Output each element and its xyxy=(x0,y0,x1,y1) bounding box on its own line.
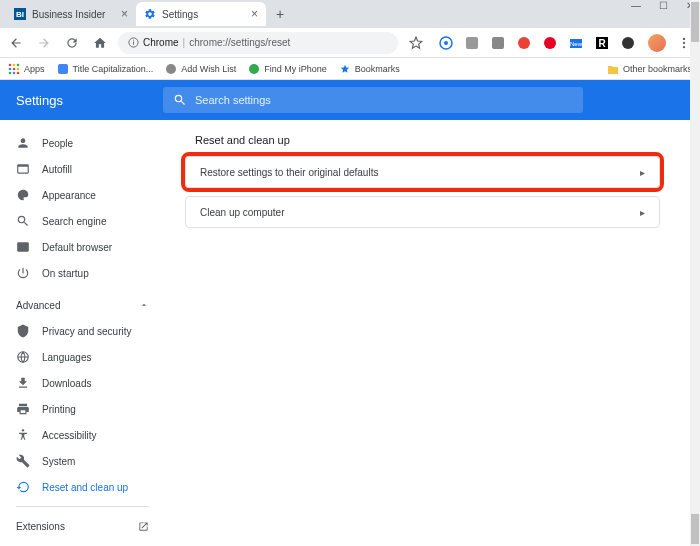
nav-on-startup[interactable]: On startup xyxy=(0,260,165,286)
apps-icon xyxy=(8,63,20,75)
appearance-icon xyxy=(16,188,30,202)
external-link-icon xyxy=(138,521,149,532)
accessibility-icon xyxy=(16,428,30,442)
ext-icon-6[interactable]: New xyxy=(568,35,584,51)
address-bar[interactable]: Chrome | chrome://settings/reset xyxy=(118,32,398,54)
scrollbar-thumb[interactable] xyxy=(691,2,699,42)
nav-accessibility[interactable]: Accessibility xyxy=(0,422,165,448)
nav-label: Autofill xyxy=(42,164,72,175)
bookmark-icon xyxy=(165,63,177,75)
other-bookmarks[interactable]: Other bookmarks xyxy=(607,63,692,75)
bookmark-star-icon[interactable] xyxy=(406,33,426,53)
nav-label: Accessibility xyxy=(42,430,96,441)
extension-icons: New R xyxy=(434,35,640,51)
cleanup-computer-row[interactable]: Clean up computer ▸ xyxy=(185,196,660,228)
search-icon xyxy=(16,214,30,228)
restore-icon xyxy=(16,480,30,494)
svg-text:New: New xyxy=(570,41,583,47)
url-scheme: Chrome xyxy=(143,37,179,48)
home-button[interactable] xyxy=(90,33,110,53)
nav-label: Printing xyxy=(42,404,76,415)
ext-icon-3[interactable] xyxy=(490,35,506,51)
nav-reset[interactable]: Reset and clean up xyxy=(0,474,165,500)
chevron-up-icon xyxy=(139,300,149,310)
ext-icon-2[interactable] xyxy=(464,35,480,51)
ext-icon-5[interactable] xyxy=(542,35,558,51)
download-icon xyxy=(16,376,30,390)
scrollbar-thumb-bottom[interactable] xyxy=(691,514,699,544)
bookmark-bookmarks[interactable]: Bookmarks xyxy=(339,63,400,75)
nav-extensions[interactable]: Extensions xyxy=(0,513,165,539)
svg-point-23 xyxy=(13,67,16,70)
site-info-icon xyxy=(128,37,139,48)
option-label: Restore settings to their original defau… xyxy=(200,167,378,178)
tab-settings[interactable]: Settings × xyxy=(136,2,266,26)
minimize-button[interactable]: — xyxy=(631,0,641,11)
svg-point-17 xyxy=(683,41,685,43)
bookmark-find-iphone[interactable]: Find My iPhone xyxy=(248,63,327,75)
bookmark-apps[interactable]: Apps xyxy=(8,63,45,75)
svg-point-20 xyxy=(13,63,16,66)
ext-icon-8[interactable] xyxy=(620,35,636,51)
search-settings-input[interactable] xyxy=(195,94,573,106)
svg-point-22 xyxy=(9,67,12,70)
extensions-label: Extensions xyxy=(16,521,65,532)
svg-rect-4 xyxy=(133,40,134,41)
shield-icon xyxy=(16,324,30,338)
nav-divider xyxy=(16,506,149,507)
nav-label: People xyxy=(42,138,73,149)
new-tab-button[interactable]: + xyxy=(270,4,290,24)
bookmark-title-cap[interactable]: Title Capitalization... xyxy=(57,63,154,75)
other-bookmarks-label: Other bookmarks xyxy=(623,64,692,74)
svg-rect-28 xyxy=(58,64,68,74)
nav-system[interactable]: System xyxy=(0,448,165,474)
nav-label: Privacy and security xyxy=(42,326,131,337)
profile-avatar[interactable] xyxy=(648,34,666,52)
favicon-settings xyxy=(144,8,156,20)
nav-label: On startup xyxy=(42,268,89,279)
nav-search-engine[interactable]: Search engine xyxy=(0,208,165,234)
nav-languages[interactable]: Languages xyxy=(0,344,165,370)
tab-title: Settings xyxy=(162,9,245,20)
nav-privacy[interactable]: Privacy and security xyxy=(0,318,165,344)
nav-label: Languages xyxy=(42,352,92,363)
nav-appearance[interactable]: Appearance xyxy=(0,182,165,208)
ext-icon-4[interactable] xyxy=(516,35,532,51)
nav-people[interactable]: People xyxy=(0,130,165,156)
option-label: Clean up computer xyxy=(200,207,285,218)
restore-settings-row[interactable]: Restore settings to their original defau… xyxy=(185,156,660,188)
svg-point-18 xyxy=(683,45,685,47)
nav-autofill[interactable]: Autofill xyxy=(0,156,165,182)
toolbar: Chrome | chrome://settings/reset New R xyxy=(0,28,700,58)
ext-icon-1[interactable] xyxy=(438,35,454,51)
settings-header: Settings xyxy=(0,80,700,120)
nav-advanced-toggle[interactable]: Advanced xyxy=(0,292,165,318)
close-tab-icon[interactable]: × xyxy=(121,7,128,21)
scrollbar-track[interactable] xyxy=(690,0,700,546)
forward-button[interactable] xyxy=(34,33,54,53)
svg-point-15 xyxy=(622,37,634,49)
nav-printing[interactable]: Printing xyxy=(0,396,165,422)
svg-point-10 xyxy=(544,37,556,49)
chevron-right-icon: ▸ xyxy=(640,207,645,218)
nav-default-browser[interactable]: Default browser xyxy=(0,234,165,260)
tab-business-insider[interactable]: BI Business Insider × xyxy=(6,2,136,26)
browser-icon xyxy=(16,240,30,254)
search-settings-box[interactable] xyxy=(163,87,583,113)
star-icon xyxy=(339,63,351,75)
wrench-icon xyxy=(16,454,30,468)
maximize-button[interactable]: ☐ xyxy=(659,0,668,11)
back-button[interactable] xyxy=(6,33,26,53)
nav-downloads[interactable]: Downloads xyxy=(0,370,165,396)
advanced-label: Advanced xyxy=(16,300,60,311)
svg-point-19 xyxy=(9,63,12,66)
reload-button[interactable] xyxy=(62,33,82,53)
bookmark-add-wish[interactable]: Add Wish List xyxy=(165,63,236,75)
svg-point-6 xyxy=(444,41,448,45)
svg-point-30 xyxy=(249,64,259,74)
nav-about[interactable]: About Chrome xyxy=(0,539,165,546)
nav-label: Search engine xyxy=(42,216,107,227)
ext-icon-7[interactable]: R xyxy=(594,35,610,51)
svg-point-25 xyxy=(9,71,12,74)
close-tab-icon[interactable]: × xyxy=(251,7,258,21)
